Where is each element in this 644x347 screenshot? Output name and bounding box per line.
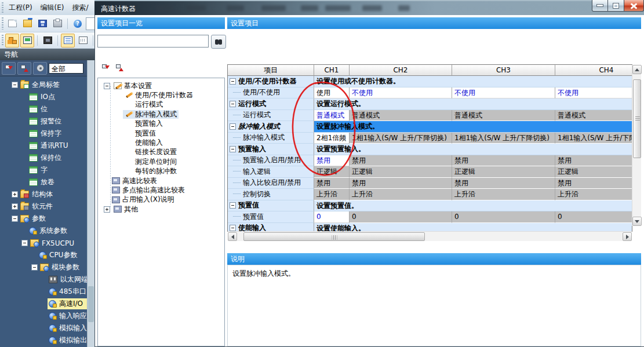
sidebar-item-位[interactable]: 位 [0, 103, 87, 115]
sidebar-item-报警位[interactable]: 报警位 [0, 115, 87, 127]
value-cell-ch3[interactable]: 正逻辑 [452, 166, 555, 178]
expand-icon[interactable] [12, 203, 18, 210]
close-button[interactable] [624, 0, 644, 12]
row-label-cell[interactable]: 使能输入 [228, 223, 314, 232]
sidebar-item-485串口[interactable]: 485串口 [0, 286, 87, 298]
row-label-cell[interactable]: 运行模式 [228, 98, 314, 110]
value-cell-ch2[interactable]: 禁用 [350, 155, 452, 167]
value-cell-ch4[interactable]: 普通模式 [555, 110, 632, 122]
collapse-icon[interactable] [104, 83, 110, 89]
value-cell-ch2[interactable]: 0 [350, 211, 452, 223]
value-cell-ch4[interactable]: 1相1输入(S/W 上升/下降切换) [555, 133, 632, 144]
setting-tree-item-使用/不使用计数器[interactable]: 使用/不使用计数器 [98, 90, 225, 100]
scroll-down-button[interactable] [632, 217, 642, 226]
setting-tree-item-测定单位时间[interactable]: 测定单位时间 [98, 157, 225, 166]
horizontal-scrollbar[interactable] [228, 231, 632, 241]
value-cell-ch1[interactable]: 正逻辑 [314, 166, 350, 178]
collapse-icon[interactable] [21, 240, 28, 246]
value-cell-ch3[interactable]: 禁用 [452, 178, 555, 189]
sidebar-item-FX5UCPU[interactable]: FX5UCPU [0, 237, 87, 249]
sidebar-item-系统参数[interactable]: 系统参数 [0, 225, 87, 237]
search-input[interactable] [97, 35, 209, 48]
sidebar-item-模拟输出[interactable]: 模拟输出 [0, 334, 87, 346]
row-label-cell[interactable]: 脉冲输入模式 [228, 133, 314, 144]
setting-tree-item-运行模式[interactable]: 运行模式 [98, 100, 225, 109]
value-cell-ch3[interactable]: 上升沿 [452, 189, 555, 200]
minimize-button[interactable] [592, 0, 608, 12]
sidebar-item-软元件[interactable]: 软元件 [0, 200, 87, 213]
chip-button[interactable] [41, 34, 54, 48]
value-cell-ch1[interactable]: 上升沿 [314, 189, 350, 200]
nav-scrollbar[interactable] [87, 60, 94, 347]
sidebar-item-IO点[interactable]: IO点 [0, 91, 87, 103]
collapse-icon[interactable] [230, 78, 236, 85]
sidebar-item-放卷[interactable]: 放卷 [0, 176, 87, 188]
row-label-cell[interactable]: 运行模式 [228, 110, 314, 122]
setting-tree-item-多点输出高速比较表[interactable]: 多点输出高速比较表 [98, 185, 225, 195]
collapse-icon[interactable] [230, 202, 236, 209]
value-cell-ch2[interactable]: 禁用 [350, 178, 452, 189]
new-document-button[interactable] [5, 17, 19, 31]
setting-tree-item-其他[interactable]: 其他 [98, 204, 225, 214]
menu-item-1[interactable]: 编辑(E) [39, 2, 66, 14]
nav-filter-dropdown[interactable]: 全部 [49, 63, 83, 74]
scroll-up-button[interactable] [632, 65, 642, 74]
sidebar-item-通讯RTU[interactable]: 通讯RTU [0, 140, 87, 152]
list-view-button[interactable] [61, 34, 75, 48]
monitor-button[interactable] [20, 34, 34, 48]
setting-tree-item-高速比较表[interactable]: 高速比较表 [98, 176, 225, 185]
print-button[interactable] [50, 17, 64, 31]
tree-filter-icon[interactable] [2, 62, 16, 75]
sidebar-item-模拟输入[interactable]: 模拟输入 [0, 322, 87, 334]
tree-expand-icon[interactable] [17, 62, 31, 75]
row-label-cell[interactable]: 输入逻辑 [228, 166, 314, 178]
sidebar-item-高速I/O[interactable]: 高速I/O [0, 298, 87, 310]
collapse-icon[interactable] [230, 123, 236, 130]
sidebar-item-以太网端口[interactable]: 以太网端口 [0, 273, 87, 286]
value-cell-ch4[interactable]: 0 [555, 211, 632, 223]
value-cell-ch1[interactable]: 普通模式 [314, 110, 350, 122]
sidebar-item-全局标签[interactable]: 全局标签 [0, 79, 87, 91]
scroll-right-button[interactable] [623, 232, 632, 241]
menu-item-0[interactable]: 工程(P) [7, 2, 34, 14]
value-cell-ch1[interactable]: 禁用 [314, 178, 350, 189]
row-label-cell[interactable]: 预置值 [228, 200, 314, 212]
project-tree-button[interactable] [5, 34, 19, 48]
sidebar-item-保持位[interactable]: 保持位 [0, 152, 87, 164]
setting-tree-item-基本设置[interactable]: 基本设置 [98, 81, 225, 90]
row-label-cell[interactable]: 预置输入启用/禁用 [228, 155, 314, 167]
value-cell-ch4[interactable]: 正逻辑 [555, 166, 632, 178]
value-cell-ch2[interactable]: 普通模式 [350, 110, 452, 122]
sidebar-item-结构体[interactable]: 结构体 [0, 188, 87, 200]
sidebar-item-保持字[interactable]: 保持字 [0, 127, 87, 140]
row-label-cell[interactable]: 输入比较启用/禁用 [228, 178, 314, 189]
value-cell-ch2[interactable]: 正逻辑 [350, 166, 452, 178]
value-cell-ch4[interactable]: 上升沿 [555, 189, 632, 200]
maximize-button[interactable] [608, 0, 624, 12]
horizontal-scrollbar-thumb[interactable] [243, 232, 425, 241]
save-button[interactable] [35, 17, 49, 31]
setting-tree-item-链接长度设置[interactable]: 链接长度设置 [98, 148, 225, 157]
collapse-icon[interactable] [230, 101, 236, 107]
setting-tree-item-预置输入[interactable]: 预置输入 [98, 119, 225, 129]
expand-icon[interactable] [104, 206, 110, 213]
nav-scrollbar-thumb[interactable] [88, 286, 94, 322]
menu-item-2[interactable]: 搜索/ [71, 2, 90, 14]
vertical-scrollbar[interactable] [632, 65, 641, 226]
setting-tree-item-每转的脉冲数[interactable]: 每转的脉冲数 [98, 167, 225, 176]
row-label-cell[interactable]: 脉冲输入模式 [228, 121, 314, 133]
expand-icon[interactable] [12, 191, 18, 198]
sidebar-item-模块参数[interactable]: 模块参数 [0, 261, 87, 273]
collapse-tree-button[interactable] [100, 61, 111, 73]
setting-tree-item-使能输入[interactable]: 使能输入 [98, 138, 225, 147]
value-cell-ch3[interactable]: 0 [452, 211, 555, 223]
row-label-cell[interactable]: 预置输入 [228, 144, 314, 155]
watch-window-button[interactable] [76, 34, 90, 48]
expand-tree-button[interactable] [114, 61, 125, 73]
search-button[interactable] [211, 35, 226, 49]
value-cell-ch1[interactable]: 2相1倍频 [314, 133, 350, 144]
row-label-cell[interactable]: 使用/不使用计数器 [228, 76, 314, 87]
sidebar-item-参数[interactable]: 参数 [0, 213, 87, 225]
value-cell-ch4[interactable]: 禁用 [555, 155, 632, 167]
setting-tree-item-占用输入(X)说明[interactable]: 占用输入(X)说明 [98, 195, 225, 204]
